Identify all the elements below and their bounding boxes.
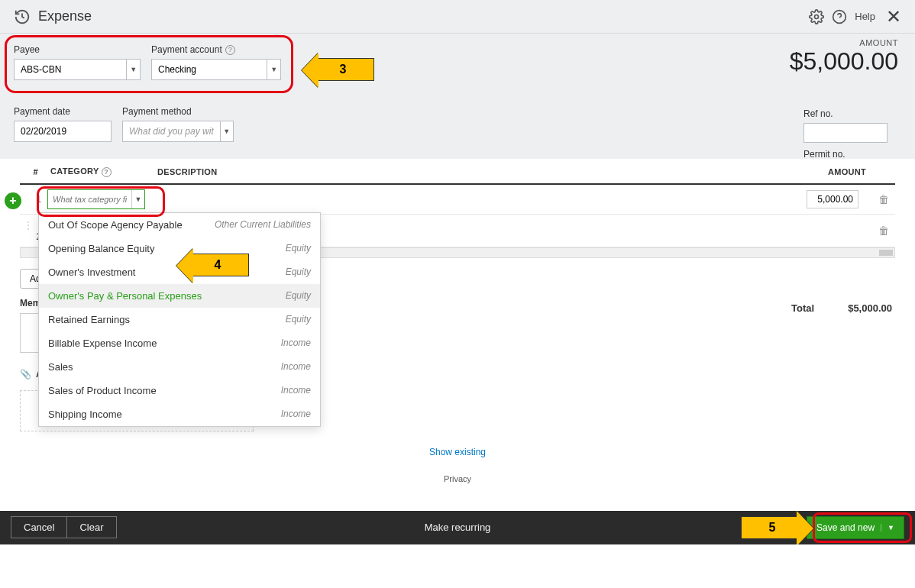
payment-account-input[interactable] [152, 60, 267, 79]
payment-date-input[interactable] [14, 121, 112, 142]
close-icon[interactable]: ✕ [886, 6, 901, 27]
add-row-icon[interactable]: + [5, 192, 21, 209]
save-and-new-button[interactable]: Save and new ▼ [807, 516, 904, 539]
col-description: DESCRIPTION [151, 159, 803, 184]
chevron-down-icon[interactable]: ▼ [126, 60, 140, 79]
category-option[interactable]: Billable Expense IncomeIncome [39, 331, 320, 355]
header-bar: Expense Help ✕ [0, 0, 915, 34]
payment-method-dropdown[interactable]: ▼ [122, 121, 234, 142]
clear-button[interactable]: Clear [67, 516, 116, 538]
show-existing-link[interactable]: Show existing [429, 447, 486, 457]
callout-arrow-5: 5 [741, 516, 797, 539]
total-value: $5,000.00 [848, 302, 892, 314]
clip-icon: 📎 [20, 369, 31, 380]
payment-date-label: Payment date [14, 106, 112, 117]
col-category: CATEGORY ? [44, 159, 151, 184]
payment-account-dropdown[interactable]: ▼ [151, 59, 281, 80]
category-option[interactable]: Retained EarningsEquity [39, 308, 320, 331]
category-option[interactable]: Out Of Scope Agency PayableOther Current… [39, 213, 320, 237]
chevron-down-icon[interactable]: ▼ [881, 524, 894, 531]
payment-method-label: Payment method [122, 106, 234, 117]
svg-point-0 [815, 15, 819, 18]
table-row[interactable]: 1 ▼ 🗑 [20, 184, 895, 215]
trash-icon[interactable]: 🗑 [872, 214, 895, 247]
payment-account-label: Payment account ? [151, 44, 281, 55]
refno-label: Ref no. [803, 108, 888, 119]
chevron-down-icon[interactable]: ▼ [220, 121, 233, 141]
privacy-link[interactable]: Privacy [0, 462, 915, 506]
category-option[interactable]: Owner's Pay & Personal ExpensesEquity [39, 284, 320, 308]
help-icon[interactable]: ? [102, 167, 112, 177]
category-option[interactable]: Shipping IncomeIncome [39, 402, 320, 426]
description-input[interactable] [154, 190, 800, 208]
gear-icon[interactable] [809, 9, 824, 24]
line-items-table: + # CATEGORY ? DESCRIPTION AMOUNT 1 ▼ [0, 159, 915, 247]
permitno-label: Permit no. [803, 149, 888, 160]
row-number: 1 [20, 184, 44, 215]
chevron-down-icon[interactable]: ▼ [267, 60, 280, 79]
refno-input[interactable] [803, 123, 888, 143]
help-icon[interactable] [832, 9, 847, 24]
col-amount: AMOUNT [803, 159, 872, 184]
payee-label: Payee [14, 44, 141, 55]
amount-label: AMOUNT [790, 38, 898, 47]
callout-arrow-3: 3 [318, 58, 374, 81]
category-option[interactable]: SalesIncome [39, 355, 320, 379]
total-label: Total [791, 302, 814, 314]
payee-dropdown[interactable]: ▼ [14, 59, 141, 80]
payee-input[interactable] [15, 60, 126, 79]
category-dropdown[interactable]: ▼ [47, 189, 145, 209]
category-dropdown-menu[interactable]: Out Of Scope Agency PayableOther Current… [38, 212, 321, 427]
col-number: # [20, 159, 44, 184]
trash-icon[interactable]: 🗑 [872, 184, 895, 215]
category-option[interactable]: Sales of Product IncomeIncome [39, 379, 320, 402]
form-top: Payee ▼ Payment account ? ▼ AMOUNT $5,00… [0, 34, 915, 159]
cancel-button[interactable]: Cancel [11, 516, 67, 538]
history-icon[interactable] [14, 8, 31, 25]
make-recurring-link[interactable]: Make recurring [425, 522, 491, 533]
payment-method-input[interactable] [123, 121, 220, 141]
chevron-down-icon[interactable]: ▼ [131, 190, 144, 208]
page-title: Expense [38, 8, 809, 24]
amount-input[interactable] [807, 190, 858, 208]
amount-value: $5,000.00 [790, 47, 898, 76]
help-label[interactable]: Help [855, 11, 875, 22]
callout-arrow-4: 4 [192, 254, 249, 276]
help-icon[interactable]: ? [225, 45, 235, 55]
category-input[interactable] [48, 190, 131, 208]
